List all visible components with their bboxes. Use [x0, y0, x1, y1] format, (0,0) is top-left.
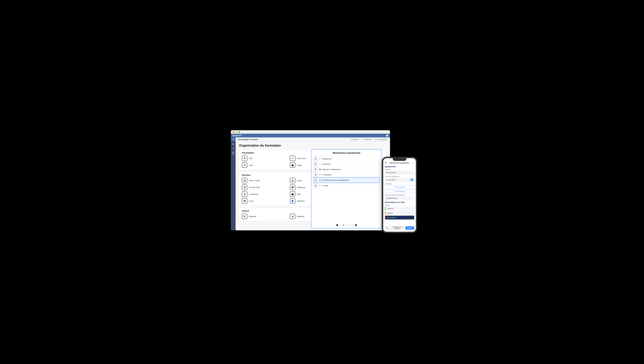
field-label: Inspecteur — [322, 163, 331, 165]
action-label: Workflows — [364, 138, 372, 140]
geolocate-button[interactable]: 📍Géolocalisation — [385, 190, 414, 193]
app-logo: DaxiumAir — [232, 134, 242, 137]
preview-field-row[interactable]: 2≡Inspecteur — [314, 161, 380, 167]
field-type-icon: A — [318, 158, 322, 160]
breadcrumb: Paramétrage Formulaire — [236, 138, 260, 140]
preview-field-row[interactable]: 1AEquipement — [314, 156, 380, 161]
tool-case-à-cocher[interactable]: ☑Case à cocher — [242, 178, 288, 183]
criticality-option-nonconforme[interactable]: Non-conforme — [385, 216, 414, 220]
field-number: 3 — [314, 167, 318, 172]
field-number: 1 — [314, 156, 318, 161]
field-number: 4 — [314, 172, 318, 177]
more-options-icon[interactable]: ⋮ — [412, 161, 414, 164]
field-label: Localisation — [322, 174, 332, 176]
tool-label: Image — [297, 164, 302, 166]
pager-dot[interactable] — [352, 224, 354, 226]
maximize-window-icon[interactable] — [238, 131, 240, 133]
pager-dot[interactable] — [346, 224, 348, 226]
close-icon[interactable]: ✕ — [385, 161, 386, 164]
sidebar-form-icon[interactable]: ⎘ — [232, 151, 234, 155]
criticality-option-reparer[interactable]: A réparer — [385, 211, 414, 215]
date-field[interactable]: 13 mars 2023 ▦ — [385, 177, 414, 182]
pager-dot[interactable] — [340, 224, 341, 226]
tool-icon: A — [242, 155, 247, 161]
tool-label: Date — [297, 193, 301, 195]
tool-label: Relations — [297, 215, 304, 217]
phone-mockup: ✕ Maintenance équipement ⋮ Equipement In… — [382, 157, 417, 233]
sidebar-chart-icon[interactable]: ◔ — [232, 147, 234, 149]
action-icon: ! — [350, 138, 350, 140]
tool-icon: 👤 — [290, 198, 295, 204]
top-bar: DaxiumAir — [231, 134, 390, 137]
section-header: Informations sur l'état — [385, 201, 414, 203]
phone-notch — [393, 158, 406, 161]
preview-field-row[interactable]: 6☑Criticité — [314, 183, 380, 188]
tool-icon: ◷ — [290, 178, 295, 183]
tool-label: Email — [249, 200, 254, 202]
tool-localisation[interactable]: ⚲Localisation — [242, 192, 288, 197]
tool-icon: ⤨ — [290, 214, 295, 219]
user-avatar[interactable] — [386, 134, 388, 137]
tool-icon: ≡ — [290, 155, 295, 161]
sidebar-calendar-icon[interactable]: ▦ — [232, 143, 234, 145]
field-label: Numéro de série de l'équipement — [322, 179, 348, 181]
preview-field-row[interactable]: 5123Numéro de série de l'équipement — [314, 177, 380, 183]
next-button[interactable]: Suivant — [406, 226, 414, 230]
form-preview-panel: Maintenance équipement 1AEquipement2≡Ins… — [311, 149, 382, 228]
inspector-field[interactable]: Olivier Maroulit — [385, 171, 414, 174]
action-label: Paramétrages — [377, 138, 387, 140]
serial-field[interactable]: 2353452978546 — [385, 196, 414, 200]
minimize-window-icon[interactable] — [236, 131, 237, 133]
phone-form-title: Maintenance équipement — [390, 162, 409, 164]
criticality-option-conforme[interactable]: Conforme — [385, 207, 414, 211]
tool-icon: ☰ — [242, 185, 247, 190]
field-type-icon: ≡ — [318, 163, 322, 165]
preview-title: Maintenance équipement — [314, 152, 380, 154]
calendar-icon[interactable]: ▦ — [410, 178, 413, 181]
action-icon: ⟳ — [375, 138, 376, 140]
field-label: Equipement — [322, 158, 332, 160]
tool-label: Logo — [249, 164, 253, 166]
close-window-icon[interactable] — [233, 131, 234, 133]
tool-logo[interactable]: ↺Logo — [242, 162, 288, 168]
pager-dot[interactable] — [349, 224, 350, 226]
tool-label: Durée — [297, 179, 302, 181]
tool-icon: ☏ — [290, 185, 295, 190]
pager-plus-icon[interactable]: + — [355, 224, 357, 226]
field-type-icon: ☑ — [318, 185, 322, 187]
tool-email[interactable]: ✉Email — [242, 198, 288, 204]
page-title: Organisation du formulaire — [239, 144, 386, 147]
action-icon: ⊪ — [362, 138, 364, 140]
pager-dot-active[interactable] — [342, 224, 344, 226]
page-indicator: 1/2 — [385, 226, 389, 230]
field-number: 5 — [314, 177, 318, 183]
pager-minus-icon[interactable]: − — [336, 224, 338, 226]
field-number: 2 — [314, 161, 318, 167]
field-type-icon: ▦ — [318, 168, 322, 170]
subbar-action-workflows[interactable]: ⊪Workflows — [362, 138, 372, 140]
tool-label: Titre — [249, 157, 252, 159]
subbar-action-paramétrages[interactable]: ⟳Paramétrages — [375, 138, 387, 140]
action-label: Conditions — [351, 138, 359, 140]
field-label: Inspecteur — [385, 169, 414, 170]
tool-icon: ☑ — [242, 178, 247, 183]
preview-pager: − + — [312, 224, 382, 226]
preview-field-row[interactable]: 3▦Date de la maintenance — [314, 167, 380, 172]
field-type-icon: 123 — [318, 179, 322, 181]
tool-label: Localisation — [249, 193, 258, 195]
apps-grid-button[interactable]: ⠿ — [231, 137, 236, 141]
enter-address-button[interactable]: ⊕Saisir l'adresse — [385, 185, 414, 189]
preview-field-row[interactable]: 4⚲Localisation — [314, 172, 380, 177]
field-label: Localisation — [385, 183, 414, 185]
field-label: Date de la maintenance — [385, 175, 414, 177]
tool-icon: ▦ — [290, 192, 295, 197]
tool-workflow[interactable]: ⊪Workflow — [242, 214, 288, 219]
tool-liste-de-choix[interactable]: ☰Liste de choix — [242, 185, 288, 190]
tool-titre[interactable]: ATitre — [242, 155, 288, 161]
tool-icon: ⊪ — [242, 214, 247, 219]
tool-label: Workflow — [249, 215, 256, 217]
field-label: Criticité — [385, 205, 414, 206]
subbar-action-conditions[interactable]: !Conditions — [350, 138, 358, 140]
save-draft-button[interactable]: Enregistrer en brouillon — [390, 226, 404, 230]
tool-label: Utilisateur — [297, 200, 305, 202]
